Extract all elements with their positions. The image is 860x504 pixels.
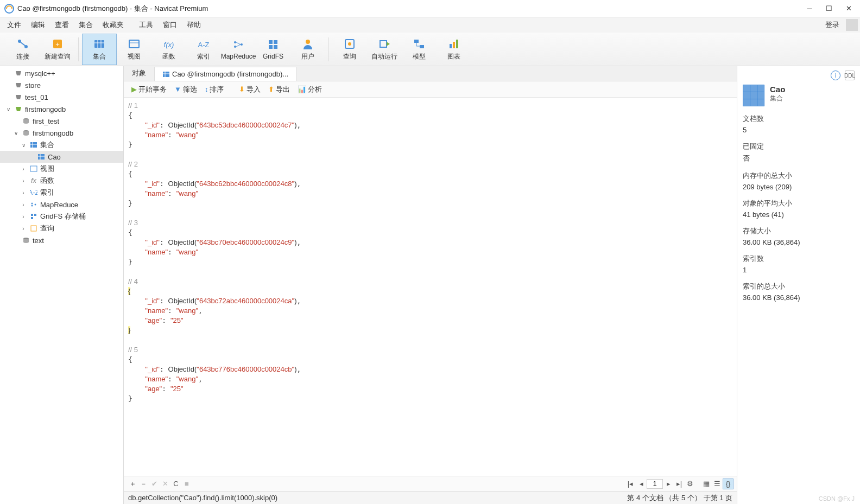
tree-item-13[interactable]: ›查询: [0, 222, 123, 234]
menu-2[interactable]: 查看: [50, 18, 74, 31]
tool-autorun[interactable]: 自动运行: [367, 34, 402, 65]
expand-icon[interactable]: ∨: [12, 130, 20, 136]
tree-item-4[interactable]: first_test: [0, 115, 123, 127]
expand-icon[interactable]: ›: [20, 226, 27, 232]
maximize-button[interactable]: ☐: [825, 5, 833, 12]
tab-0[interactable]: 对象: [124, 65, 154, 81]
info-prop-1: 已固定否: [743, 142, 855, 163]
remove-button[interactable]: －: [138, 479, 149, 489]
tool-collection[interactable]: 集合: [82, 34, 117, 65]
menu-4[interactable]: 收藏夹: [98, 18, 129, 31]
center-pane: 对象Cao @firstmongodb (firstmongodb)... ▶开…: [124, 66, 737, 504]
cancel-button[interactable]: ✕: [160, 479, 170, 489]
tool-chart[interactable]: 图表: [437, 34, 471, 65]
stop-button[interactable]: ■: [181, 479, 192, 489]
svg-point-41: [31, 203, 33, 205]
svg-rect-45: [34, 214, 36, 216]
menu-1[interactable]: 编辑: [26, 18, 50, 31]
info-prop-3: 对象的平均大小41 bytes (41): [743, 199, 855, 219]
json-view-button[interactable]: {}: [723, 479, 733, 489]
close-button[interactable]: ✕: [845, 5, 852, 12]
tree-item-12[interactable]: ›GridFS 存储桶: [0, 210, 123, 222]
tree-item-8[interactable]: ›视图: [0, 163, 123, 175]
titlebar: Cao @firstmongodb (firstmongodb) - 集合 - …: [0, 0, 860, 17]
db-icon: [22, 129, 30, 137]
expand-icon[interactable]: ›: [20, 214, 27, 220]
main-area: mysqlc++storetest_01∨firstmongodbfirst_t…: [0, 66, 860, 504]
info-prop-5: 索引数1: [743, 254, 855, 274]
tree-item-1[interactable]: store: [0, 79, 123, 91]
apply-button[interactable]: ✔: [149, 479, 160, 489]
first-page-button[interactable]: |◂: [625, 479, 636, 489]
collection-icon: [93, 37, 106, 50]
svg-rect-16: [269, 40, 273, 44]
subtool-filter[interactable]: ▼筛选: [171, 83, 200, 96]
tool-view[interactable]: 视图: [117, 34, 151, 65]
menu-6[interactable]: 窗口: [158, 18, 182, 31]
tree-item-10[interactable]: ›A-Z索引: [0, 187, 123, 199]
tool-query[interactable]: 查询: [332, 34, 367, 65]
expand-icon[interactable]: ›: [20, 202, 27, 208]
expand-icon[interactable]: ›: [20, 178, 27, 184]
tree-item-5[interactable]: ∨firstmongodb: [0, 127, 123, 139]
menu-5[interactable]: 工具: [134, 18, 158, 31]
menu-7[interactable]: 帮助: [182, 18, 206, 31]
query-icon: [343, 37, 356, 50]
login-link[interactable]: 登录: [821, 18, 844, 32]
tree-item-14[interactable]: text: [0, 234, 123, 246]
subtool-transaction[interactable]: ▶开始事务: [128, 83, 170, 96]
info-prop-4: 存储大小36.00 KB (36,864): [743, 226, 855, 246]
settings-icon[interactable]: ⚙: [685, 479, 695, 489]
tree-item-0[interactable]: mysqlc++: [0, 67, 123, 79]
expand-icon[interactable]: ›: [20, 166, 27, 172]
export-icon: ⬆: [268, 85, 274, 93]
document-editor[interactable]: // 1 { "_id": ObjectId("643bc53dbc460000…: [124, 98, 737, 476]
connection-icon: [16, 37, 29, 50]
tree-item-2[interactable]: test_01: [0, 91, 123, 103]
menu-3[interactable]: 集合: [74, 18, 98, 31]
tool-index[interactable]: A-Z索引: [186, 34, 221, 65]
tool-connection[interactable]: 连接: [5, 34, 40, 65]
tool-function[interactable]: f(x)函数: [151, 34, 186, 65]
tool-model[interactable]: 模型: [402, 34, 437, 65]
tool-gridfs[interactable]: GridFS: [256, 34, 290, 65]
tool-mapreduce[interactable]: MapReduce: [221, 34, 256, 65]
minimize-button[interactable]: ─: [806, 5, 813, 12]
last-page-button[interactable]: ▸|: [674, 479, 685, 489]
bottom-toolbar: ＋ － ✔ ✕ C ■ |◂ ◂ ▸ ▸| ⚙ ▦ ☰ {}: [124, 476, 737, 491]
refresh-button[interactable]: C: [170, 479, 181, 489]
subtool-analyze[interactable]: 📊分析: [294, 83, 325, 96]
expand-icon[interactable]: ›: [20, 190, 27, 196]
next-page-button[interactable]: ▸: [663, 479, 674, 489]
subtool-export[interactable]: ⬆导出: [265, 83, 293, 96]
info-icon-2[interactable]: DDL: [845, 71, 855, 80]
view-icon: [29, 164, 38, 173]
subtool-sort[interactable]: ↕排序: [201, 83, 227, 96]
avatar-icon[interactable]: [846, 19, 858, 31]
tree-item-9[interactable]: ›fx函数: [0, 175, 123, 187]
tree-item-3[interactable]: ∨firstmongodb: [0, 103, 123, 115]
collection-large-icon: [743, 85, 764, 106]
subtool-import[interactable]: ⬇导入: [236, 83, 264, 96]
expand-icon[interactable]: ∨: [4, 106, 12, 112]
menu-0[interactable]: 文件: [2, 18, 26, 31]
tool-user[interactable]: 用户: [290, 34, 325, 65]
collection-icon: [29, 141, 38, 149]
info-type: 集合: [770, 94, 785, 103]
grid-view-button[interactable]: ▦: [701, 479, 712, 489]
add-button[interactable]: ＋: [127, 479, 138, 489]
tree-item-11[interactable]: ›MapReduce: [0, 199, 123, 210]
expand-icon[interactable]: ∨: [20, 142, 27, 148]
transaction-icon: ▶: [131, 85, 137, 93]
tree-view-button[interactable]: ☰: [712, 479, 723, 489]
tree-item-6[interactable]: ∨集合: [0, 139, 123, 151]
user-icon: [301, 37, 314, 50]
tool-query-new[interactable]: +新建查询: [40, 34, 75, 65]
tree-item-7[interactable]: Cao: [0, 151, 123, 163]
tab-1[interactable]: Cao @firstmongodb (firstmongodb)...: [154, 67, 296, 81]
prev-page-button[interactable]: ◂: [636, 479, 647, 489]
svg-rect-44: [31, 214, 33, 216]
sidebar-tree[interactable]: mysqlc++storetest_01∨firstmongodbfirst_t…: [0, 66, 124, 504]
page-input[interactable]: [647, 479, 663, 489]
info-icon-1[interactable]: i: [831, 71, 840, 80]
